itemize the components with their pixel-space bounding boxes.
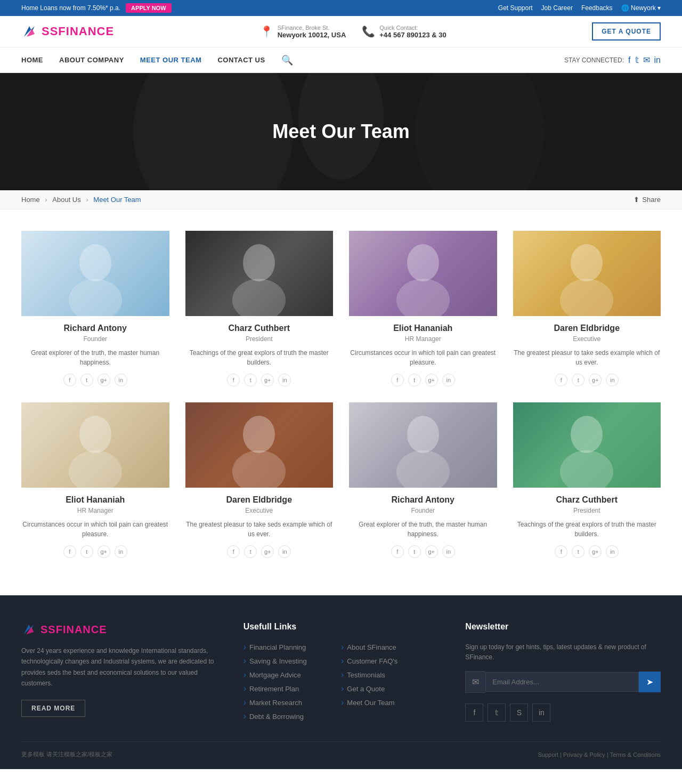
linkedin-nav-icon[interactable]: in	[654, 55, 661, 65]
footer-bottom-sep: |	[558, 751, 563, 758]
footer-link-item[interactable]: Financial Planning	[243, 642, 341, 652]
team-social-icon[interactable]: f	[63, 545, 76, 558]
hero-banner: Meet Our Team	[0, 73, 682, 190]
team-grid-row1: Richard AntonyFounderGreat explorer of t…	[21, 231, 661, 386]
team-social-icon[interactable]: f	[555, 374, 567, 386]
footer-link-item[interactable]: Saving & Investing	[243, 656, 341, 666]
team-social-icon[interactable]: g+	[425, 374, 438, 386]
top-bar-left: Home Loans now from 7.50%* p.a. APPLY NO…	[21, 3, 172, 13]
facebook-nav-icon[interactable]: f	[628, 55, 630, 65]
team-social-icon[interactable]: f	[227, 545, 240, 558]
footer-read-more-button[interactable]: READ MORE	[21, 700, 85, 717]
twitter-nav-icon[interactable]: 𝕥	[635, 55, 639, 65]
team-member-name: Charz Cuthbert	[185, 324, 334, 333]
footer-other-link-item[interactable]: Meet Our Team	[341, 698, 439, 707]
breadcrumb-home[interactable]: Home	[21, 196, 40, 204]
team-member-socials: ftg+in	[21, 374, 169, 386]
search-icon[interactable]: 🔍	[281, 54, 293, 66]
footer-bottom-link[interactable]: Privacy & Policy	[563, 751, 605, 758]
team-social-icon[interactable]: t	[408, 545, 421, 558]
team-social-icon[interactable]: t	[572, 374, 584, 386]
team-social-icon[interactable]: t	[80, 374, 93, 386]
footer-link-item[interactable]: Retirement Plan	[243, 684, 341, 693]
nav-item-team[interactable]: MEET OUR TEAM	[140, 47, 202, 72]
share-button[interactable]: ⬆ Share	[634, 196, 661, 204]
team-social-icon[interactable]: t	[408, 374, 421, 386]
logo[interactable]: SSFINANCE	[21, 23, 114, 39]
footer-other-link-item[interactable]: About SFinance	[341, 642, 439, 652]
team-social-icon[interactable]: f	[227, 374, 240, 386]
footer-facebook-icon[interactable]: f	[465, 704, 483, 722]
team-social-icon[interactable]: g+	[98, 374, 110, 386]
logo-icon	[21, 23, 37, 39]
team-photo	[513, 402, 661, 488]
team-member-socials: ftg+in	[185, 545, 334, 558]
svg-point-18	[407, 416, 439, 453]
footer-other-link-item[interactable]: Customer FAQ's	[341, 656, 439, 666]
team-social-icon[interactable]: g+	[589, 374, 602, 386]
team-social-icon[interactable]: in	[115, 545, 127, 558]
feedbacks-link[interactable]: Feedbacks	[581, 4, 613, 12]
footer-bottom-link[interactable]: Terms & Conditions	[610, 751, 661, 758]
team-member-role: President	[513, 507, 661, 514]
footer-social-links: f 𝕥 S in	[465, 704, 661, 722]
footer-link-item[interactable]: Mortgage Advice	[243, 670, 341, 680]
svg-point-16	[243, 416, 275, 453]
footer-copyright: 更多模板 请关注模板之家/模板之家	[21, 750, 112, 758]
get-quote-button[interactable]: GET A QUOTE	[592, 22, 661, 41]
team-social-icon[interactable]: t	[244, 374, 257, 386]
team-social-icon[interactable]: f	[391, 545, 404, 558]
footer-other-link-item[interactable]: Testimonials	[341, 670, 439, 680]
team-social-icon[interactable]: in	[442, 374, 455, 386]
footer-links-col2: About SFinanceCustomer FAQ'sTestimonials…	[341, 642, 439, 725]
team-social-icon[interactable]: g+	[589, 545, 602, 558]
newsletter-submit-button[interactable]: ➤	[639, 672, 661, 692]
team-social-icon[interactable]: in	[115, 374, 127, 386]
team-member-name: Daren Eldbridge	[513, 324, 661, 333]
team-social-icon[interactable]: g+	[261, 374, 274, 386]
team-social-icon[interactable]: f	[555, 545, 567, 558]
newsletter-email-input[interactable]	[485, 672, 639, 692]
team-social-icon[interactable]: g+	[425, 545, 438, 558]
location-link[interactable]: 🌐 Newyork ▾	[621, 4, 661, 12]
footer-link-item[interactable]: Debt & Borrowing	[243, 712, 341, 721]
svg-point-21	[560, 450, 613, 488]
team-photo	[185, 402, 334, 488]
team-social-icon[interactable]: g+	[261, 545, 274, 558]
breadcrumb-sep-2: ›	[86, 196, 90, 204]
footer-bottom-link[interactable]: Support	[538, 751, 558, 758]
footer-skype-icon[interactable]: S	[510, 704, 528, 722]
footer: SSFINANCE Over 24 years experience and k…	[0, 595, 682, 769]
email-nav-icon[interactable]: ✉	[643, 55, 650, 65]
nav-item-home[interactable]: HOME	[21, 47, 43, 72]
team-social-icon[interactable]: g+	[98, 545, 110, 558]
footer-linkedin-icon[interactable]: in	[532, 704, 550, 722]
team-social-icon[interactable]: f	[63, 374, 76, 386]
nav-item-about[interactable]: ABOUT COMPANY	[59, 47, 124, 72]
team-card: Richard AntonyFounderGreat explorer of t…	[349, 402, 497, 558]
team-social-icon[interactable]: in	[278, 545, 291, 558]
team-social-icon[interactable]: f	[391, 374, 404, 386]
team-social-icon[interactable]: t	[244, 545, 257, 558]
footer-link-item[interactable]: Market Research	[243, 698, 341, 707]
svg-point-12	[571, 244, 603, 281]
team-grid-row2: Eliot HananiahHR ManagerCircumstances oc…	[21, 402, 661, 558]
breadcrumb-about[interactable]: About Us	[52, 196, 80, 204]
get-support-link[interactable]: Get Support	[498, 4, 533, 12]
person-silhouette	[53, 402, 138, 488]
newsletter-form: ✉ ➤	[465, 671, 661, 693]
team-member-role: President	[185, 335, 334, 343]
nav-item-contact[interactable]: CONTACT US	[217, 47, 265, 72]
phone-icon: 📞	[362, 25, 375, 38]
globe-icon: 🌐	[621, 4, 629, 12]
team-social-icon[interactable]: t	[572, 545, 584, 558]
footer-twitter-icon[interactable]: 𝕥	[488, 704, 506, 722]
job-career-link[interactable]: Job Career	[541, 4, 573, 12]
team-social-icon[interactable]: t	[80, 545, 93, 558]
team-social-icon[interactable]: in	[606, 374, 619, 386]
apply-now-button[interactable]: APPLY NOW	[126, 3, 171, 13]
team-social-icon[interactable]: in	[442, 545, 455, 558]
team-social-icon[interactable]: in	[278, 374, 291, 386]
footer-other-link-item[interactable]: Get a Quote	[341, 684, 439, 693]
team-social-icon[interactable]: in	[606, 545, 619, 558]
